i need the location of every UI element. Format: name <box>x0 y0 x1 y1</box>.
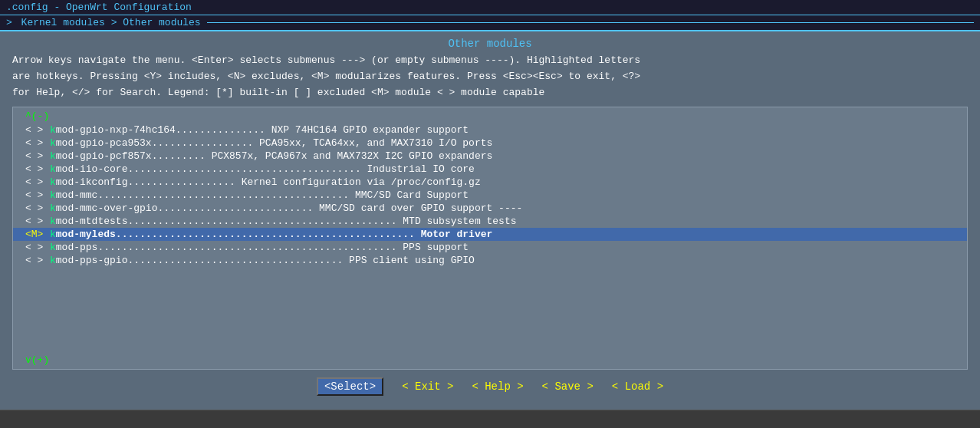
brackets-pps: < > <box>25 242 47 253</box>
breadcrumb-path: Kernel modules > Other modules <box>21 17 201 28</box>
brackets-pps-gpio: < > <box>25 255 47 266</box>
menu-item-myleds[interactable]: <M> kmod-myleds.........................… <box>13 228 967 241</box>
menu-container: ^(-) < > kmod-gpio-nxp-74hc164..........… <box>12 107 968 370</box>
kmod-pps-gpio: k <box>50 255 56 266</box>
breadcrumb-line <box>207 22 974 23</box>
breadcrumb-bar: > Kernel modules > Other modules <box>0 15 980 31</box>
kmod-gpio-pca953x: k <box>50 137 56 149</box>
brackets-ikconfig: < > <box>25 176 47 188</box>
kmod-mmc: k <box>50 189 56 201</box>
bottom-bar <box>0 410 980 428</box>
kmod-pps: k <box>50 242 56 253</box>
title-text: .config - OpenWrt Configuration <box>6 2 192 13</box>
menu-item-iio-core[interactable]: < > kmod-iio-core.......................… <box>13 163 967 176</box>
brackets-gpio-nxp: < > <box>25 124 47 136</box>
menu-item-mmc-over-gpio[interactable]: < > kmod-mmc-over-gpio..................… <box>13 202 967 215</box>
brackets-gpio-pcf857x: < > <box>25 150 47 162</box>
kmod-myleds: k <box>50 229 56 240</box>
menu-item-pps-gpio[interactable]: < > kmod-pps-gpio.......................… <box>13 254 967 267</box>
help-text: Arrow keys navigate the menu. <Enter> se… <box>12 53 968 100</box>
menu-item-gpio-pcf857x[interactable]: < > kmod-gpio-pcf857x......... PCX857x, … <box>13 150 967 163</box>
menu-item-gpio-pca953x[interactable]: < > kmod-gpio-pca953x................. P… <box>13 137 967 150</box>
terminal-window: .config - OpenWrt Configuration > Kernel… <box>0 0 980 428</box>
menu-item-pps[interactable]: < > kmod-pps............................… <box>13 241 967 254</box>
help-line-3: for Help, </> for Search. Legend: [*] bu… <box>12 85 968 101</box>
kmod-mtdtests: k <box>50 216 56 227</box>
brackets-myleds: <M> <box>25 229 47 240</box>
help-line-1: Arrow keys navigate the menu. <Enter> se… <box>12 53 968 69</box>
title-bar: .config - OpenWrt Configuration <box>0 0 980 15</box>
kmod-gpio-nxp: k <box>50 124 56 136</box>
save-button[interactable]: < Save > <box>542 380 594 393</box>
kmod-gpio-pcf857x: k <box>50 150 56 162</box>
select-button[interactable]: <Select> <box>317 377 383 396</box>
kmod-mmc-over-gpio: k <box>50 202 56 214</box>
kmod-ikconfig: k <box>50 176 56 188</box>
menu-item-ikconfig[interactable]: < > kmod-ikconfig.................. Kern… <box>13 176 967 189</box>
brackets-mmc: < > <box>25 189 47 201</box>
main-area: Other modules Arrow keys navigate the me… <box>0 31 980 410</box>
scroll-up[interactable]: ^(-) <box>13 109 967 123</box>
menu-item-gpio-nxp[interactable]: < > kmod-gpio-nxp-74hc164...............… <box>13 123 967 137</box>
brackets-mtdtests: < > <box>25 216 47 227</box>
menu-item-mmc[interactable]: < > kmod-mmc............................… <box>13 189 967 202</box>
window-title: Other modules <box>12 38 968 50</box>
breadcrumb-arrow: > <box>6 17 18 28</box>
menu-item-mtdtests[interactable]: < > kmod-mtdtests.......................… <box>13 215 967 228</box>
menu-items-list: < > kmod-gpio-nxp-74hc164...............… <box>13 123 967 353</box>
kmod-iio-core: k <box>50 163 56 175</box>
help-line-2: are hotkeys. Pressing <Y> includes, <N> … <box>12 69 968 85</box>
exit-button[interactable]: < Exit > <box>402 380 453 393</box>
brackets-gpio-pca953x: < > <box>25 137 47 149</box>
button-bar: <Select> < Exit > < Help > < Save > < Lo… <box>12 370 968 403</box>
brackets-iio-core: < > <box>25 163 47 175</box>
brackets-mmc-over-gpio: < > <box>25 202 47 214</box>
scroll-down[interactable]: v(+) <box>13 353 967 367</box>
load-button[interactable]: < Load > <box>612 380 663 393</box>
help-button[interactable]: < Help > <box>472 380 523 393</box>
